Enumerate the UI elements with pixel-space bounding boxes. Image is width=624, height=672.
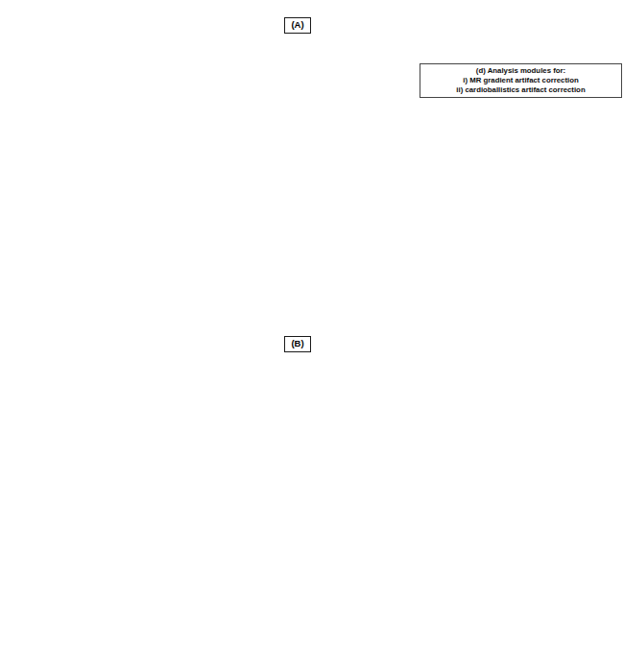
annotation-line: i) MR gradient artifact correction	[420, 76, 621, 85]
annotation-line: ii) cardioballistics artifact correction	[420, 85, 621, 95]
annotation-arrow-to-ribbon	[0, 0, 624, 672]
annotation-line: (d) Analysis modules for:	[420, 66, 621, 76]
annotation-analysis-modules: (d) Analysis modules for: i) MR gradient…	[420, 63, 622, 98]
page: (A) (B) (d) Analysis modules for: i) MR …	[0, 0, 624, 672]
panel-label-b: (B)	[284, 336, 311, 352]
panel-label-a: (A)	[284, 17, 311, 34]
